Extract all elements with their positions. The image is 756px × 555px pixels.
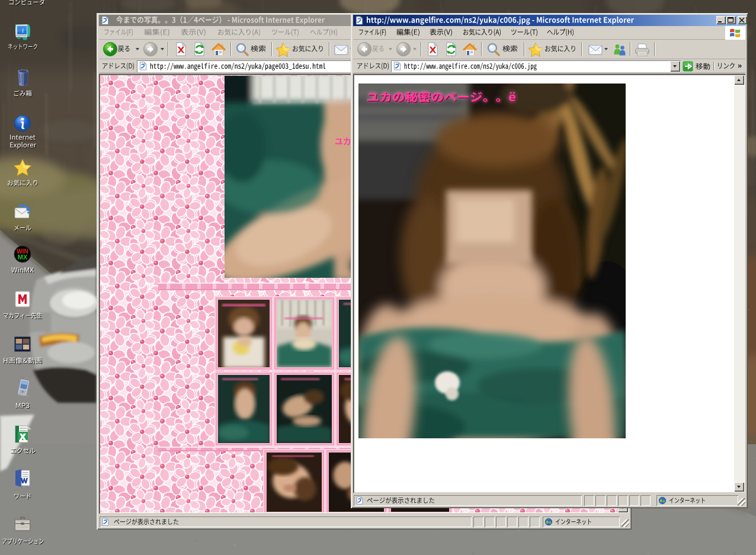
svg-text:i: i [22, 27, 24, 34]
svg-text:MX: MX [18, 254, 28, 261]
